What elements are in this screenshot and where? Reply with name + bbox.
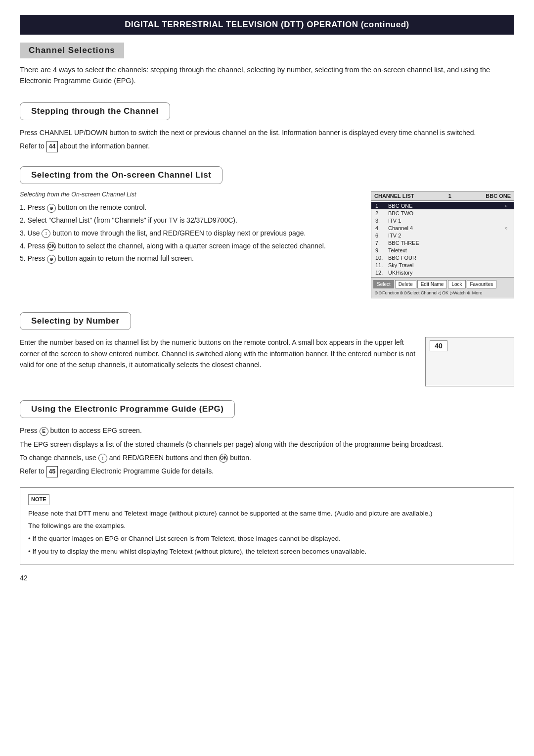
ok-icon-2: OK: [219, 454, 228, 463]
channel-selections-intro: There are 4 ways to select the channels:…: [20, 64, 514, 87]
number-box-ui: 40: [425, 337, 514, 386]
epg-line2: The EPG screen displays a list of the st…: [20, 439, 514, 450]
channel-item: 1.BBC ONE○: [371, 202, 514, 209]
epg-ref-num: 45: [46, 466, 58, 477]
channel-item: 3.ITV 1: [371, 217, 514, 224]
channel-item: 4.Channel 4○: [371, 224, 514, 232]
ch-header-left: CHANNEL LIST: [374, 193, 414, 199]
note-line-2: The followings are the examples.: [28, 520, 506, 531]
page-header: DIGITAL TERRESTRIAL TELEVISION (DTT) OPE…: [20, 15, 514, 35]
channel-list-nav: ⊕⊖Function⊕⊖Select Channel◁ OK ▷Watch ⊕ …: [371, 289, 514, 296]
epg-btn-icon: E: [40, 427, 48, 436]
stepping-refer: Refer to 44 about the information banner…: [20, 141, 514, 152]
refer-label: Refer to: [20, 142, 44, 150]
epg-section: Using the Electronic Programme Guide (EP…: [20, 395, 514, 477]
onscreen-left: Selecting from the On-screen Channel Lis…: [20, 191, 362, 298]
note-label: NOTE: [28, 494, 49, 505]
epg-line1: Press E button to access EPG screen.: [20, 425, 514, 436]
stepping-ref-num: 44: [46, 141, 58, 152]
selecting-by-number-section: Selecting by Number Enter the number bas…: [20, 307, 514, 386]
page-number: 42: [20, 574, 514, 582]
channel-item: 9.Teletext: [371, 246, 514, 254]
epg-refer-suffix: regarding Electronic Programme Guide for…: [60, 467, 214, 475]
channel-item: 6.ITV 2: [371, 232, 514, 239]
channel-btn-delete[interactable]: Delete: [395, 280, 416, 288]
channel-list-buttons: SelectDeleteEdit NameLockFavourites: [371, 279, 514, 289]
menu-icon-2: ⊕: [47, 255, 56, 264]
step-4: 4. Press OK button to select the channel…: [20, 240, 362, 252]
ok-icon-1: OK: [47, 242, 56, 251]
stepping-body: Press CHANNEL UP/DOWN button to switch t…: [20, 127, 514, 138]
menu-icon-1: ⊕: [47, 204, 56, 213]
epg-line1-text: button to access EPG screen.: [50, 426, 142, 434]
channel-item: 2.BBC TWO: [371, 209, 514, 217]
note-bullet-1: If the quarter images on EPG or Channel …: [28, 533, 506, 544]
selecting-by-number-body: Enter the number based on its channel li…: [20, 337, 416, 370]
channel-item: 12.UKHistory: [371, 269, 514, 276]
note-bullet-2: If you try to display the menu whilst di…: [28, 546, 506, 557]
note-content: Please note that DTT menu and Teletext i…: [28, 508, 506, 557]
ch-header-mid: 1: [448, 193, 451, 199]
channel-item: 11.Sky Travel: [371, 261, 514, 269]
onscreen-title: Selecting from the On-screen Channel Lis…: [20, 166, 222, 184]
stepping-section: Stepping through the Channel Press CHANN…: [20, 97, 514, 152]
number-select-left: Enter the number based on its channel li…: [20, 337, 416, 386]
channel-selections-title: Channel Selections: [20, 43, 124, 58]
onscreen-subtitle: Selecting from the On-screen Channel Lis…: [20, 191, 362, 198]
epg-refer: Refer to 45 regarding Electronic Program…: [20, 466, 514, 477]
channel-btn-lock[interactable]: Lock: [448, 280, 465, 288]
channel-btn-editname[interactable]: Edit Name: [417, 280, 447, 288]
number-display: 40: [430, 340, 447, 351]
epg-line3: To change channels, use ↕ and RED/GREEN …: [20, 452, 514, 463]
channel-btn-select[interactable]: Select: [373, 280, 394, 288]
channel-item: 7.BBC THREE: [371, 239, 514, 246]
epg-refer-label: Refer to: [20, 467, 44, 475]
note-list: If the quarter images on EPG or Channel …: [28, 533, 506, 557]
selecting-by-number-title: Selecting by Number: [20, 312, 131, 330]
channel-btn-favourites[interactable]: Favourites: [467, 280, 497, 288]
step-1: 1. Press ⊕ button on the remote control.: [20, 202, 362, 214]
note-line-1: Please note that DTT menu and Teletext i…: [28, 508, 506, 519]
onscreen-section: Selecting from the On-screen Channel Lis…: [20, 161, 514, 298]
note-box: NOTE Please note that DTT menu and Telet…: [20, 487, 514, 565]
refer-suffix: about the information banner.: [60, 142, 150, 150]
channel-list-items: 1.BBC ONE○2.BBC TWO3.ITV 14.Channel 4○6.…: [371, 201, 514, 277]
channel-list-footer: SelectDeleteEdit NameLockFavourites ⊕⊖Fu…: [371, 277, 514, 298]
nav-icon-2: ↕: [98, 454, 107, 463]
channel-list-ui: CHANNEL LIST 1 BBC ONE 1.BBC ONE○2.BBC T…: [371, 191, 514, 298]
step-2: 2. Select "Channel List" (from "Channels…: [20, 215, 362, 227]
onscreen-right: CHANNEL LIST 1 BBC ONE 1.BBC ONE○2.BBC T…: [371, 191, 514, 298]
stepping-title: Stepping through the Channel: [20, 102, 170, 120]
epg-title: Using the Electronic Programme Guide (EP…: [20, 400, 235, 418]
channel-list-header: CHANNEL LIST 1 BBC ONE: [371, 191, 514, 201]
channel-item: 10.BBC FOUR: [371, 254, 514, 261]
number-select-right: 40: [425, 337, 514, 386]
ch-header-right: BBC ONE: [486, 193, 511, 199]
channel-selections-section: Channel Selections There are 4 ways to s…: [20, 43, 514, 87]
onscreen-steps: 1. Press ⊕ button on the remote control.…: [20, 202, 362, 265]
nav-icon-1: ↕: [42, 229, 50, 238]
step-3: 3. Use ↕ button to move through the list…: [20, 228, 362, 239]
step-5: 5. Press ⊕ button again to return the no…: [20, 253, 362, 265]
